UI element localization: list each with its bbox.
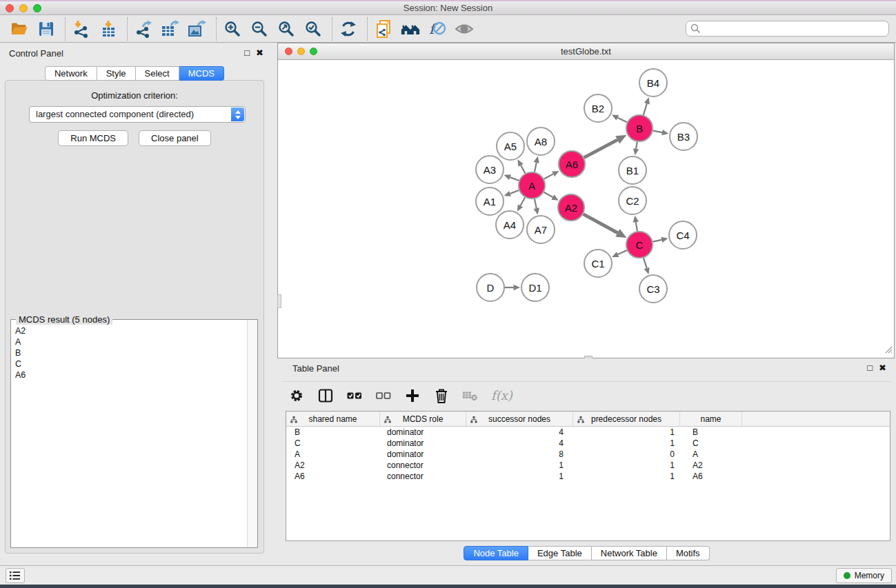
graph-edge-B-B3[interactable] (653, 131, 662, 133)
column-header-name[interactable]: name (680, 412, 742, 426)
close-view-button[interactable] (285, 48, 292, 55)
minimize-window-button[interactable] (19, 4, 28, 12)
graph-edge-arrow-icon (504, 174, 511, 180)
graph-edge-A-A4[interactable] (520, 197, 525, 205)
close-panel-button[interactable]: Close panel (139, 130, 211, 146)
maximize-window-button[interactable] (33, 4, 41, 12)
run-mcds-button[interactable]: Run MCDS (58, 130, 128, 146)
close-panel-icon[interactable]: ✖ (256, 48, 263, 59)
delete-column-trash-icon[interactable] (433, 387, 450, 404)
graph-edge-C-C1[interactable] (618, 250, 627, 254)
search-box (686, 21, 889, 37)
graph-edge-B-B4[interactable] (644, 103, 647, 115)
apply-layout-icon[interactable] (339, 19, 358, 39)
export-image-icon[interactable] (188, 19, 207, 39)
graph-edge-A-A7[interactable] (535, 199, 537, 209)
graph-edge-A-A6[interactable] (544, 174, 553, 179)
open-session-icon[interactable] (10, 19, 29, 39)
optimization-criterion-label: Optimization criterion: (6, 90, 263, 101)
task-history-button[interactable] (6, 568, 25, 583)
table-row[interactable]: A6 connector 1 1 A6 (286, 471, 890, 482)
graph-edge-A-A5[interactable] (521, 165, 525, 174)
minimize-view-button[interactable] (297, 48, 305, 55)
graph-edge-A2-C[interactable] (584, 214, 618, 233)
zoom-out-icon[interactable] (250, 19, 269, 39)
list-item[interactable]: C (11, 358, 246, 369)
float-panel-icon[interactable]: □ (244, 48, 250, 59)
tab-style[interactable]: Style (97, 66, 136, 81)
tab-network-table[interactable]: Network Table (592, 546, 667, 560)
graph-edge-B-B1[interactable] (636, 142, 637, 149)
graph-edge-A-A1[interactable] (510, 190, 519, 194)
float-panel-icon[interactable]: □ (867, 363, 873, 374)
import-table-icon[interactable] (99, 19, 118, 39)
home-icon[interactable] (401, 19, 420, 39)
graph-edge-A-A8[interactable] (535, 163, 537, 172)
table-row[interactable]: A dominator 8 0 A (286, 449, 890, 460)
list-item[interactable]: B (11, 347, 246, 358)
mcds-result-box: MCDS result (5 nodes) A2 A B C A6 (10, 319, 258, 548)
graph-edge-C-C4[interactable] (653, 240, 662, 242)
network-canvas[interactable]: AA1A2A3A4A5A6A7A8BB1B2B3B4CC1C2C3C4DD1 (278, 60, 894, 358)
column-header-successor-nodes[interactable]: successor nodes (466, 412, 573, 426)
graph-node-label: A7 (535, 224, 547, 236)
tab-mcds[interactable]: MCDS (179, 66, 224, 81)
delete-table-icon-disabled (462, 387, 479, 404)
graph-edge-C-C3[interactable] (644, 258, 647, 268)
graph-edge-arrow-icon (633, 216, 639, 223)
save-session-icon[interactable] (37, 19, 56, 39)
select-stepper-icon[interactable] (231, 108, 244, 121)
memory-button[interactable]: Memory (836, 568, 892, 583)
table-row[interactable]: B dominator 4 1 B (286, 427, 890, 438)
function-builder-fx-icon-disabled: f(x) (491, 388, 512, 403)
tab-network[interactable]: Network (45, 66, 97, 81)
deselect-all-rows-icon[interactable] (375, 387, 392, 404)
select-all-rows-icon[interactable] (346, 387, 363, 404)
zoom-selected-icon[interactable] (303, 19, 323, 39)
graph-edge-A-A2[interactable] (544, 192, 552, 197)
zoom-in-icon[interactable] (223, 19, 242, 39)
close-panel-icon[interactable]: ✖ (879, 363, 886, 374)
export-table-icon[interactable] (161, 19, 180, 39)
search-icon (690, 23, 701, 37)
result-scrollbar[interactable] (247, 320, 257, 547)
graph-edge-A6-B[interactable] (584, 140, 618, 158)
graph-edge-arrow-icon (534, 156, 539, 163)
table-row[interactable]: C dominator 4 1 C (286, 438, 890, 449)
graph-edge-A-A3[interactable] (510, 177, 519, 181)
tab-node-table[interactable]: Node Table (464, 546, 528, 560)
graph-edge-arrow-icon (633, 148, 639, 155)
list-item[interactable]: A2 (11, 325, 246, 336)
table-settings-gear-icon[interactable] (288, 387, 305, 404)
criterion-select[interactable]: largest connected component (directed) (29, 106, 246, 123)
zoom-fit-icon[interactable] (277, 19, 296, 39)
column-header-shared-name[interactable]: shared name (286, 412, 380, 426)
network-window-titlebar[interactable]: testGlobe.txt (278, 43, 894, 60)
graph-edge-C-C2[interactable] (636, 222, 637, 231)
resize-grip-icon[interactable] (884, 344, 893, 356)
tab-edge-table[interactable]: Edge Table (528, 546, 592, 560)
show-columns-icon[interactable] (317, 387, 334, 404)
close-window-button[interactable] (6, 4, 14, 12)
window-titlebar: Session: New Session (0, 1, 896, 15)
toolbar-separator (65, 17, 66, 41)
import-network-icon[interactable] (72, 19, 91, 39)
column-header-predecessor-nodes[interactable]: predecessor nodes (573, 412, 680, 426)
list-item[interactable]: A6 (11, 369, 246, 381)
graph-edge-B-B2[interactable] (617, 118, 627, 123)
graph-node-label: B4 (647, 77, 659, 89)
column-header-mcds-role[interactable]: MCDS role (380, 412, 466, 426)
tab-motifs[interactable]: Motifs (667, 546, 710, 560)
table-row[interactable]: A2 connector 1 1 A2 (286, 460, 890, 471)
toggle-graphics-details-icon[interactable]: f (428, 19, 447, 39)
maximize-view-button[interactable] (310, 48, 317, 55)
list-item[interactable]: A (11, 336, 246, 347)
table-toolbar: f(x) (281, 381, 892, 409)
tab-select[interactable]: Select (136, 66, 179, 81)
new-session-from-network-icon[interactable] (374, 19, 393, 39)
create-column-plus-icon[interactable] (404, 387, 421, 404)
splitter-handle-left[interactable] (277, 294, 281, 308)
export-network-icon[interactable] (134, 19, 153, 39)
eye-icon[interactable] (455, 19, 474, 39)
search-input[interactable] (686, 21, 889, 37)
